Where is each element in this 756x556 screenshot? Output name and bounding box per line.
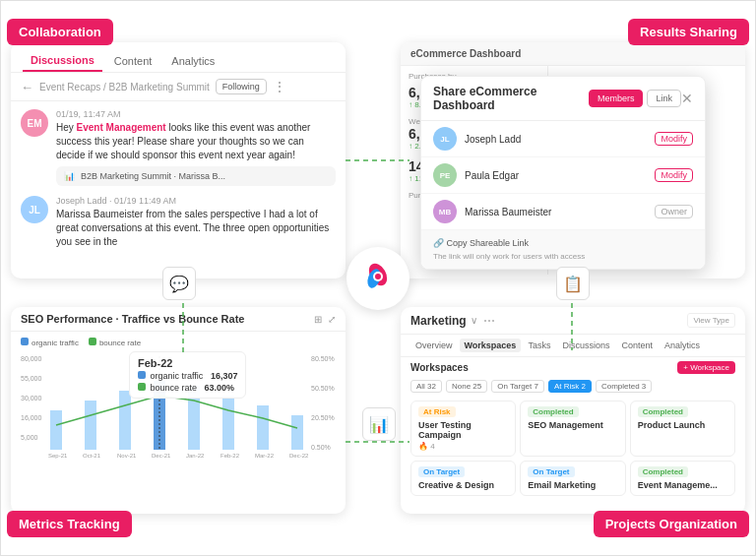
svg-text:Nov-21: Nov-21: [117, 453, 137, 459]
member-name: Paula Edgar: [465, 170, 647, 181]
more-icon[interactable]: ⋮: [273, 79, 286, 94]
more-options-icon[interactable]: ⋯: [483, 314, 495, 328]
filter-completed[interactable]: Completed 3: [596, 380, 652, 393]
project-tabs: Overview Workspaces Tasks Discussions Co…: [401, 335, 745, 357]
member-name: Joseph Ladd: [465, 134, 647, 145]
center-logo: [346, 247, 410, 310]
callout-bounce: bounce rate 63.00%: [138, 383, 234, 393]
project-card: On Target Email Marketing: [520, 461, 625, 496]
tab-analytics[interactable]: Analytics: [163, 51, 222, 71]
status-badge: At Risk: [418, 406, 456, 417]
callout-date: Feb-22: [138, 357, 237, 369]
svg-text:16,000: 16,000: [21, 414, 42, 421]
avatar: MB: [433, 200, 457, 223]
status-badge: Completed: [638, 466, 688, 477]
main-container: Collaboration Results Sharing Metrics Tr…: [0, 0, 756, 556]
workspaces-header: Workspaces + Workspace: [401, 357, 745, 378]
project-filters: All 32 None 25 On Target 7 At Risk 2 Com…: [401, 378, 745, 397]
follow-button[interactable]: Following: [216, 79, 267, 94]
tab-overview[interactable]: Overview: [410, 339, 458, 352]
back-arrow-icon[interactable]: ←: [21, 80, 33, 94]
member-name: Marissa Baumeister: [465, 207, 647, 217]
message-item: JL Joseph Ladd · 01/19 11:49 AM Marissa …: [21, 196, 336, 249]
avatar: JL: [21, 196, 48, 223]
add-workspace-button[interactable]: + Workspace: [677, 361, 735, 374]
share-link-label[interactable]: 🔗 Copy Shareable Link: [433, 238, 693, 248]
close-icon[interactable]: ✕: [681, 91, 693, 106]
dashboard-header: eCommerce Dashboard: [401, 42, 745, 66]
expand-icon[interactable]: ⤢: [328, 314, 336, 325]
svg-rect-28: [50, 410, 62, 450]
svg-point-4: [375, 274, 381, 279]
svg-text:55,000: 55,000: [21, 375, 42, 382]
avatar: JL: [433, 127, 457, 151]
share-modal: Share eCommerce Dashboard Members Link ✕…: [420, 76, 706, 270]
svg-text:Jan-22: Jan-22: [186, 453, 205, 459]
share-modal-tabs: Members Link: [589, 90, 681, 107]
project-card: On Target Creative & Design: [410, 461, 516, 496]
card-sub: 🔥 4: [418, 442, 508, 451]
share-link-sub: The link will only work for users with a…: [433, 252, 693, 261]
member-role[interactable]: Owner: [655, 205, 693, 218]
tab-workspaces[interactable]: Workspaces: [460, 339, 522, 352]
results-sharing-label: Results Sharing: [628, 19, 749, 45]
messages-list: EM 01/19, 11:47 AM Hey Event Management …: [11, 101, 346, 267]
svg-text:Mar-22: Mar-22: [255, 453, 275, 459]
tab-discussions[interactable]: Discussions: [23, 50, 102, 72]
tab-content[interactable]: Content: [106, 51, 160, 71]
tab-members[interactable]: Members: [589, 90, 644, 107]
tab-analytics[interactable]: Analytics: [660, 339, 705, 352]
member-role[interactable]: Modify: [655, 168, 693, 182]
filter-ontarget[interactable]: On Target 7: [491, 380, 544, 393]
svg-text:Dec-21: Dec-21: [152, 453, 171, 459]
msg-card: 📊 B2B Marketing Summit · Marissa B...: [56, 166, 336, 186]
svg-text:30,000: 30,000: [21, 395, 42, 402]
project-card: Completed Product Launch: [630, 401, 735, 457]
avatar: EM: [21, 109, 48, 137]
member-role[interactable]: Modify: [655, 132, 693, 146]
svg-text:80.50%: 80.50%: [311, 355, 335, 362]
tab-link[interactable]: Link: [647, 90, 681, 107]
member-row: MB Marissa Baumeister Owner: [421, 194, 705, 230]
avatar: PE: [433, 163, 457, 187]
filter-none[interactable]: None 25: [446, 380, 487, 393]
tab-tasks[interactable]: Tasks: [523, 339, 555, 352]
metrics-tracking-label: Metrics Tracking: [7, 511, 132, 537]
grid-icon[interactable]: ⊞: [314, 314, 322, 325]
filter-atrisk[interactable]: At Risk 2: [548, 380, 592, 393]
project-card: Completed SEO Management: [520, 401, 625, 457]
svg-text:5,000: 5,000: [21, 434, 38, 441]
tab-discussions[interactable]: Discussions: [557, 339, 614, 352]
svg-text:20.50%: 20.50%: [311, 414, 335, 421]
svg-text:Feb-22: Feb-22: [220, 453, 240, 459]
chevron-down-icon[interactable]: ∨: [471, 315, 477, 326]
chart-legend: organic traffic bounce rate: [21, 338, 336, 347]
chart-callout: Feb-22 organic traffic 16,307 bounce rat…: [129, 351, 246, 399]
connector-chart-icon: 📊: [362, 407, 396, 441]
filter-all[interactable]: All 32: [410, 380, 442, 393]
tab-content[interactable]: Content: [616, 339, 658, 352]
message-item: EM 01/19, 11:47 AM Hey Event Management …: [21, 109, 336, 186]
svg-rect-30: [119, 391, 131, 450]
card-name: Email Marketing: [528, 480, 617, 490]
svg-text:50.50%: 50.50%: [311, 385, 335, 392]
workspaces-title: Workspaces: [410, 362, 469, 373]
msg-meta: 01/19, 11:47 AM: [56, 109, 336, 119]
seo-chart-area: organic traffic bounce rate 80,000 55,00…: [11, 332, 346, 489]
breadcrumb: Event Recaps / B2B Marketing Summit: [39, 82, 210, 93]
share-link-section: 🔗 Copy Shareable Link The link will only…: [421, 230, 705, 269]
seo-panel: SEO Performance · Traffice vs Bounce Rat…: [11, 307, 346, 514]
message-content: 01/19, 11:47 AM Hey Event Management loo…: [56, 109, 336, 186]
msg-text: Hey Event Management looks like this eve…: [56, 121, 336, 162]
project-card: At Risk User Testing Campaign 🔥 4: [410, 401, 516, 457]
projects-header: Marketing ∨ ⋯ View Type: [401, 307, 745, 335]
view-type-button[interactable]: View Type: [687, 313, 735, 328]
svg-text:0.50%: 0.50%: [311, 444, 331, 451]
seo-title: SEO Performance · Traffice vs Bounce Rat…: [21, 313, 244, 325]
connector-checklist-icon: 📋: [556, 267, 590, 300]
card-name: Product Launch: [638, 420, 727, 430]
projects-org-label: Projects Organization: [594, 511, 749, 537]
project-title: Marketing: [410, 314, 467, 328]
share-modal-title: Share eCommerce Dashboard: [433, 85, 589, 112]
project-card: Completed Event Manageme...: [630, 461, 735, 496]
